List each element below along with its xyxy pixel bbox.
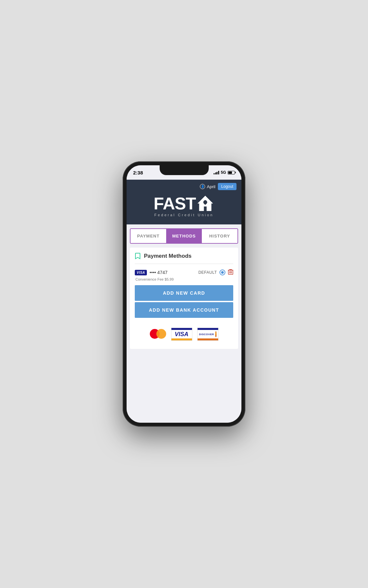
visa-logo: VISA: [171, 328, 192, 341]
discover-middle: DISCOVER: [198, 330, 218, 338]
default-label: DEFAULT: [198, 270, 217, 275]
logo-subtitle: Federal Credit Union: [131, 213, 237, 217]
card-brand-badge: VISA: [135, 270, 147, 275]
section-title: Payment Methods: [144, 253, 191, 259]
section-header: Payment Methods: [135, 253, 233, 264]
add-new-card-button[interactable]: ADD NEW CARD: [135, 285, 233, 301]
tab-payment[interactable]: PAYMENT: [131, 229, 166, 243]
signal-icon: [214, 171, 219, 174]
status-time: 2:38: [133, 170, 143, 175]
convenience-fee: Convenience Fee $5.99: [135, 277, 233, 281]
mc-circle-right: [156, 329, 166, 339]
user-name: April: [207, 184, 215, 189]
app-header: 👤 April Logout FAST Federal Credit: [127, 180, 241, 224]
network-label: 5G: [221, 170, 226, 175]
phone-frame: 2:38 5G 👤 A: [123, 161, 245, 427]
tab-history[interactable]: HISTORY: [202, 229, 237, 243]
logout-button[interactable]: Logout: [218, 183, 237, 190]
battery-fill: [228, 172, 232, 174]
discover-text: DISCOVER: [199, 333, 214, 336]
default-radio[interactable]: [219, 270, 225, 275]
app-content: 👤 April Logout FAST Federal Credit: [127, 180, 241, 423]
card-left: VISA •••• 4747: [135, 270, 167, 275]
visa-logo-bottom: [171, 338, 192, 340]
default-radio-inner: [221, 271, 224, 274]
tabs-container: PAYMENT METHODS HISTORY: [130, 228, 238, 244]
discover-logo: DISCOVER: [197, 328, 219, 341]
phone-screen: 2:38 5G 👤 A: [127, 165, 241, 423]
battery-icon: [228, 171, 235, 174]
discover-bottom: [198, 338, 218, 340]
status-right: 5G: [214, 170, 235, 175]
delete-icon[interactable]: [228, 269, 233, 276]
card-right: DEFAULT: [198, 269, 233, 276]
discover-circle: [215, 331, 216, 337]
header-user: 👤 April: [200, 184, 215, 189]
add-new-bank-account-button[interactable]: ADD NEW BANK ACCOUNT: [135, 302, 233, 318]
user-icon: 👤: [200, 184, 205, 189]
card-item: VISA •••• 4747 DEFAULT: [135, 269, 233, 276]
main-content: Payment Methods VISA •••• 4747 DEFAULT: [130, 248, 238, 349]
card-logos: VISA DISCOVER: [135, 324, 233, 344]
logo-house-icon: [196, 194, 214, 212]
logo-fast: FAST: [154, 195, 196, 212]
card-number: •••• 4747: [149, 270, 167, 275]
tab-methods[interactable]: METHODS: [166, 229, 202, 243]
visa-logo-text: VISA: [171, 330, 192, 338]
notch: [160, 165, 209, 175]
mastercard-logo: [150, 329, 166, 339]
header-top: 👤 April Logout: [131, 183, 237, 190]
bookmark-icon: [135, 253, 141, 260]
logo-container: FAST Federal Credit Union: [131, 193, 237, 219]
logo-text: FAST: [131, 194, 237, 212]
